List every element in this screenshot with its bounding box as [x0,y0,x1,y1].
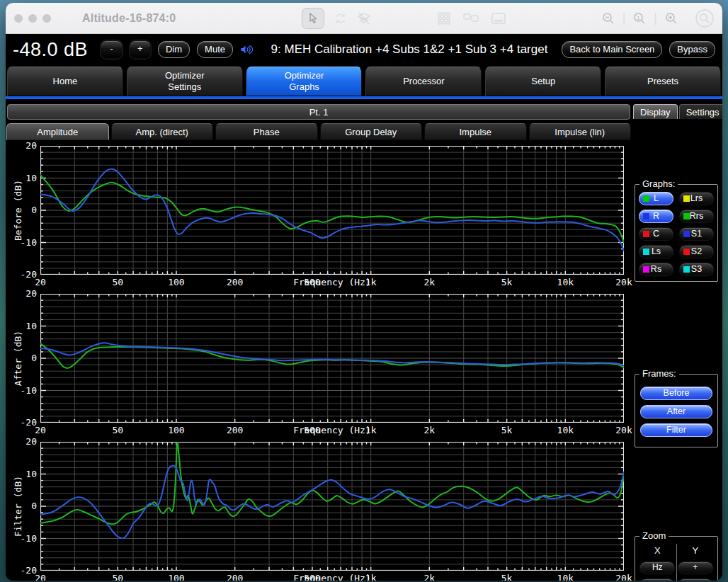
y-tick-label: 20 [8,436,37,447]
x-tick-label: 50 [98,425,137,435]
volume-down-button[interactable]: - [101,40,122,59]
channel-color-swatch [683,249,690,255]
charts-area: Before (dB)20100-10-2020501002005001k2k5… [6,142,632,581]
x-tick-label: 100 [157,573,196,581]
channel-color-swatch [643,195,649,202]
x-tick-label: 2k [409,425,449,435]
channel-color-swatch [683,213,690,219]
channel-color-swatch [643,213,649,219]
x-tick-label: 100 [157,425,196,435]
bypass-button[interactable]: Bypass [669,41,715,58]
channel-toggle-lrs[interactable]: Lrs [679,192,714,205]
panel-tab-display[interactable]: Display [633,104,678,119]
measurement-point-bar[interactable]: Pt. 1 [7,104,630,120]
volume-header: -48.0 dB - + Dim Mute 9: MEH Calibration… [6,34,722,65]
x-tick-label: 20 [21,573,60,581]
channel-toggle-r[interactable]: R [639,210,673,223]
close-window-button[interactable] [14,14,23,23]
plot-filter[interactable] [40,442,624,571]
frame-toggle-before[interactable]: Before [640,387,712,400]
graphs-group-label: Graphs: [639,178,678,189]
cursor-icon [307,13,319,24]
channel-toggle-s2[interactable]: S2 [679,245,714,258]
plot-after[interactable] [40,294,624,423]
curve-filter-l [40,442,624,524]
channel-toggle-c[interactable]: C [639,227,673,241]
tab-optimizer-settings[interactable]: Optimizer Settings [127,67,243,96]
tab-optimizer-graphs[interactable]: Optimizer Graphs [246,67,363,96]
x-tick-label: 5k [487,573,527,581]
tab-setup[interactable]: Setup [485,67,601,96]
y-tick-label: 10 [8,321,37,331]
search-window-icon[interactable] [695,9,714,28]
back-to-main-screen-button[interactable]: Back to Main Screen [562,41,662,58]
x-tick-label: 10k [545,277,585,287]
titlebar: Altitude-16-874:0 | 1 | [6,3,722,34]
zoom-x-label: X [654,545,661,556]
channel-toggle-ls[interactable]: Ls [639,245,673,258]
right-sidebar: Display Settings Graphs: L Lrs R Rrs C S… [632,99,722,581]
y-tick-label: -10 [8,533,37,544]
graphs-group: Graphs: L Lrs R Rrs C S1 Ls S2 Rs S3 [635,184,718,282]
zoom-x-ms-button[interactable]: ms [639,578,675,581]
graph-tab-amplitude[interactable]: Amplitude [6,123,109,140]
tab-home[interactable]: Home [7,67,123,96]
graph-tab-impulse[interactable]: Impulse [424,123,527,140]
graph-tab-phase[interactable]: Phase [215,123,318,140]
zoom-x-hz-button[interactable]: Hz [639,561,675,574]
x-tick-label: 200 [215,425,255,435]
main-tab-bar: Home Optimizer Settings Optimizer Graphs… [6,65,722,96]
x-tick-label: 2k [409,573,449,581]
bottom-panel-icon[interactable] [491,13,506,24]
y-tick-label: 20 [8,288,37,299]
x-tick-label: 10k [545,573,585,581]
curve-filter-r [40,466,624,539]
split-view-icon[interactable] [463,13,479,24]
x-tick-label: 50 [98,277,137,287]
layers-icon[interactable] [357,12,371,25]
minimize-window-button[interactable] [28,14,37,23]
zoom-out-icon[interactable] [601,11,615,25]
dim-button[interactable]: Dim [158,41,190,58]
panel-tab-settings[interactable]: Settings [679,104,722,119]
zoom-y-out-button[interactable]: - [678,578,713,581]
channel-toggle-l[interactable]: L [639,192,673,205]
x-tick-label: 10k [545,425,585,435]
zoom-reset-icon[interactable]: 1 [632,11,647,25]
sync-icon[interactable] [334,13,347,24]
frame-toggle-after[interactable]: After [640,405,712,418]
volume-up-button[interactable]: + [130,40,151,59]
channel-toggle-rs[interactable]: Rs [639,263,673,276]
graph-tab-bar: Amplitude Amp. (direct) Phase Group Dela… [6,123,632,140]
chart-before: Before (dB)20100-10-2020501002005001k2k5… [6,142,632,290]
x-tick-label: 20 [21,425,60,435]
channel-color-swatch [643,231,649,237]
zoom-y-label: Y [692,545,698,556]
plot-before[interactable] [40,146,624,275]
y-tick-label: 0 [8,353,37,363]
graph-tab-amp-direct[interactable]: Amp. (direct) [111,123,214,140]
mute-button[interactable]: Mute [197,41,233,58]
frames-group-label: Frames: [639,368,679,379]
speaker-icon [240,42,253,57]
graph-tab-group-delay[interactable]: Group Delay [320,123,423,140]
pointer-mode-button[interactable] [302,8,324,29]
x-tick-label: 5k [487,425,527,435]
zoom-y-in-button[interactable]: + [678,561,713,574]
zoom-group-label: Zoom [639,530,669,541]
y-tick-label: 10 [8,173,37,183]
channel-toggle-rrs[interactable]: Rrs [679,210,714,223]
graph-tab-impulse-lin[interactable]: Impulse (lin) [529,123,632,140]
x-tick-label: 50 [98,573,137,581]
frame-toggle-filter[interactable]: Filter [640,423,712,437]
channel-toggle-s3[interactable]: S3 [679,263,714,276]
zoom-in-icon[interactable] [664,11,678,25]
x-tick-label: 200 [215,573,255,581]
keypad-grid-icon[interactable] [438,12,450,25]
zoom-window-button[interactable] [42,14,51,23]
channel-toggle-s1[interactable]: S1 [679,227,714,241]
tab-presets[interactable]: Presets [605,67,721,96]
chart-after: After (dB)20100-10-2020501002005001k2k5k… [6,290,632,438]
tab-processor[interactable]: Processor [365,67,482,96]
channel-color-swatch [683,195,690,202]
